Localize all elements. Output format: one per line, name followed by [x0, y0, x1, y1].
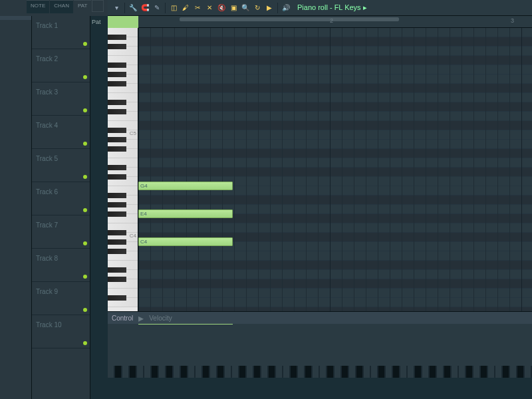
brush-icon[interactable]: 🖌 [180, 3, 191, 13]
zoom-icon[interactable]: 🔍 [240, 3, 251, 13]
play-icon[interactable]: ▶ [264, 3, 275, 13]
track-indicator-icon [83, 42, 87, 46]
velocity-area[interactable] [138, 324, 532, 366]
track-indicator-icon [83, 108, 87, 112]
cut-icon[interactable]: ✂ [192, 3, 203, 13]
control-header[interactable]: Control ▸ Velocity [108, 312, 532, 324]
loop-icon[interactable]: ↻ [252, 3, 263, 13]
track-row[interactable]: Track 6 [32, 182, 90, 215]
track-row[interactable]: Track 3 [32, 82, 90, 116]
track-label: Track 5 [36, 155, 58, 162]
track-label: Track 10 [36, 321, 62, 329]
track-row[interactable]: Track 7 [32, 215, 90, 249]
piano-keyboard[interactable]: C5 C4 [108, 28, 138, 311]
control-sublabel: Velocity [149, 315, 172, 322]
timeline-play-region[interactable] [108, 16, 138, 28]
track-label: Track 1 [36, 22, 58, 29]
magnet-icon[interactable]: 🧲 [140, 3, 150, 13]
timeline[interactable]: 2 3 [138, 16, 532, 28]
key-label-c4: C4 [130, 233, 136, 239]
control-panel: Control ▸ Velocity [108, 311, 532, 378]
left-panel [0, 16, 32, 399]
pattern-label: Pat [92, 19, 101, 25]
timeline-scrollbar[interactable] [180, 17, 399, 21]
midi-note[interactable]: G4 [138, 182, 233, 190]
track-indicator-icon [83, 75, 87, 79]
track-row[interactable]: Track 1 [32, 16, 90, 49]
tab-pat[interactable]: PAT [74, 0, 91, 13]
track-label: Track 2 [36, 55, 58, 63]
midi-note[interactable]: C4 [138, 237, 233, 246]
select-icon[interactable]: ◫ [168, 3, 179, 13]
note-grid[interactable]: G4 E4 C4 [138, 28, 532, 311]
track-label: Track 4 [36, 122, 58, 129]
track-label: Track 6 [36, 188, 58, 196]
track-indicator-icon [83, 308, 87, 312]
piano-roll-window: ▾ 🔧 🧲 ✎ ◫ 🖌 ✂ ✕ 🔇 ▣ 🔍 ↻ ▶ 🔊 Piano roll -… [108, 0, 532, 399]
sound-icon[interactable]: 🔊 [281, 3, 291, 13]
track-label: Track 9 [36, 288, 58, 295]
tab-icon-grid[interactable] [92, 0, 104, 12]
track-indicator-icon [83, 241, 87, 245]
track-row[interactable]: Track 5 [32, 149, 90, 182]
control-label: Control [112, 315, 133, 322]
track-label: Track 7 [36, 221, 58, 229]
tab-chan[interactable]: CHAN [50, 0, 73, 13]
track-indicator-icon [83, 142, 87, 146]
track-row[interactable]: Track 2 [32, 49, 90, 82]
stamp-icon[interactable]: ▣ [228, 3, 239, 13]
bar-marker: 2 [330, 17, 333, 24]
speaker-icon[interactable]: 🔇 [216, 3, 227, 13]
piano-roll-toolbar: ▾ 🔧 🧲 ✎ ◫ 🖌 ✂ ✕ 🔇 ▣ 🔍 ↻ ▶ 🔊 Piano roll -… [108, 0, 532, 16]
midi-note[interactable]: E4 [138, 209, 233, 218]
track-row[interactable]: Track 9 [32, 282, 90, 315]
piano-roll-title[interactable]: Piano roll - FL Keys ▸ [297, 3, 367, 12]
track-row[interactable]: Track 8 [32, 249, 90, 282]
track-label: Track 3 [36, 88, 58, 96]
track-indicator-icon [83, 341, 87, 345]
control-mini-keyboard[interactable] [108, 366, 532, 378]
mute-icon[interactable]: ✕ [204, 3, 215, 13]
pencil-icon[interactable]: ✎ [152, 3, 162, 13]
key-label-c5: C5 [130, 130, 136, 136]
tab-note[interactable]: NOTE [27, 0, 49, 13]
tab-strip: NOTE CHAN PAT [27, 0, 104, 13]
track-indicator-icon [83, 275, 87, 279]
track-indicator-icon [83, 208, 87, 212]
track-indicator-icon [83, 175, 87, 179]
wrench-icon[interactable]: 🔧 [128, 3, 138, 13]
track-row[interactable]: Track 4 [32, 116, 90, 149]
track-row[interactable]: Track 10 [32, 315, 90, 348]
menu-icon[interactable]: ▾ [111, 3, 122, 13]
track-label: Track 8 [36, 255, 58, 262]
bar-marker: 3 [511, 17, 514, 24]
track-list: Track 1 Track 2 Track 3 Track 4 Track 5 … [32, 16, 90, 399]
